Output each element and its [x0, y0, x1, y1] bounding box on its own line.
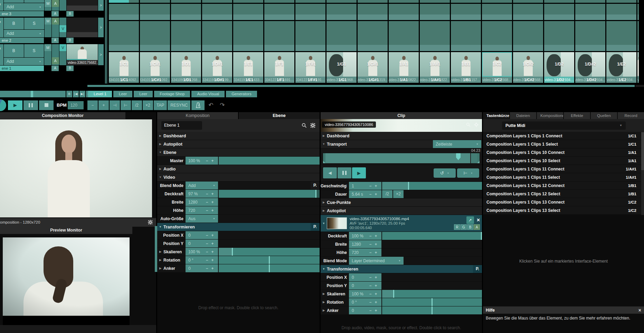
clear-layer-button[interactable]: ×	[0, 18, 3, 37]
double-button[interactable]: ×2	[393, 190, 404, 198]
clip-slot[interactable]	[140, 0, 170, 3]
clip-slot[interactable]	[109, 21, 139, 51]
decrement-button[interactable]: −	[204, 241, 210, 246]
decrement-button[interactable]: −	[368, 300, 373, 305]
clip-slot[interactable]	[575, 4, 605, 20]
clip-slot[interactable]	[389, 4, 419, 20]
shortcuts-tab[interactable]: Dateien	[510, 112, 536, 119]
increment-button[interactable]: +	[373, 292, 379, 296]
clip-slot[interactable]	[606, 4, 636, 20]
redo-button[interactable]: ↷	[217, 100, 227, 110]
clip-cell[interactable]: 1/D13341091/D1268…	[171, 52, 201, 83]
clip-slot[interactable]	[482, 21, 512, 51]
play-button[interactable]: ▶	[8, 100, 22, 110]
clip-slot[interactable]	[575, 21, 605, 51]
monitor-toggle[interactable]: M	[45, 0, 52, 7]
clip-slot[interactable]	[264, 21, 294, 51]
param-value-box[interactable]: 0−+	[349, 306, 381, 314]
increment-button[interactable]: +	[210, 266, 215, 271]
decrement-button[interactable]: −	[368, 192, 373, 197]
param-slider[interactable]	[382, 232, 482, 240]
section-header[interactable]: ▶Audio	[157, 165, 320, 173]
shortcuts-tab[interactable]: Tastenkürzel	[483, 112, 509, 119]
tempo-button[interactable]: ×2	[143, 100, 153, 110]
clip-slot[interactable]	[420, 21, 450, 51]
increment-button[interactable]: +	[373, 184, 379, 188]
clip-slot[interactable]	[420, 4, 450, 20]
param-value-box[interactable]: 1280−+	[186, 198, 218, 206]
composition-menu-icon[interactable]	[0, 99, 7, 111]
clip-cell[interactable]: 1/C2video-31/C2568…	[482, 52, 512, 83]
clip-slot[interactable]	[202, 0, 232, 3]
clip-slot[interactable]	[544, 21, 574, 51]
decrement-button[interactable]: −	[368, 292, 373, 296]
shortcut-row[interactable]: Composition Layers 1 Clips 12 Select1/B1	[483, 190, 644, 198]
active-clip-slot[interactable]	[67, 18, 98, 37]
param-slider[interactable]	[219, 190, 320, 198]
deck-tab[interactable]: Footage Shop	[154, 91, 190, 97]
decrement-button[interactable]: −	[368, 308, 373, 313]
shortcut-row[interactable]: Composition Layers 1 Clips 1 Connect1/C1	[483, 132, 644, 140]
tempo-button[interactable]: TAP	[154, 100, 167, 110]
param-animation-button[interactable]: P.	[311, 223, 320, 231]
clip-slot[interactable]	[233, 0, 263, 3]
decrement-button[interactable]: −	[368, 184, 373, 188]
increment-button[interactable]: +	[210, 200, 215, 205]
midi-preset-dropdown[interactable]: Putte Midi▼	[502, 121, 626, 130]
video-fader[interactable]: V	[59, 18, 67, 37]
monitor-toggle[interactable]: M	[45, 18, 52, 25]
shortcuts-tab[interactable]: Record	[618, 112, 644, 119]
search-icon[interactable]	[302, 123, 307, 128]
clip-slot[interactable]	[606, 21, 636, 51]
crossfader[interactable]	[0, 91, 66, 97]
clip-slot[interactable]	[171, 0, 201, 3]
deck-tab[interactable]: Audio Visual	[191, 91, 225, 97]
clear-layer-button[interactable]: ×	[0, 0, 3, 11]
shortcuts-tab[interactable]: Kompositionen	[537, 112, 563, 119]
layer-blend-dropdown[interactable]: Add▼	[4, 30, 44, 37]
transport-mode-dropdown[interactable]: Zeitleiste▼	[433, 140, 481, 148]
decrement-button[interactable]: −	[368, 250, 373, 255]
play-backward-button[interactable]: ◀	[323, 167, 337, 178]
clip-slot[interactable]	[451, 21, 481, 51]
param-dropdown[interactable]: Layer Determined▼	[349, 257, 404, 265]
tempo-button[interactable]: RESYNC	[168, 100, 190, 110]
increment-button[interactable]: +	[373, 283, 379, 288]
bpm-input[interactable]: 120	[68, 101, 84, 109]
solo-button[interactable]: S	[24, 0, 44, 3]
decrement-button[interactable]: −	[368, 283, 373, 288]
tempo-button[interactable]: +	[98, 100, 109, 110]
tempo-button[interactable]: −	[87, 100, 98, 110]
clip-slot[interactable]	[326, 4, 357, 20]
deck-tab[interactable]: Level 1	[88, 91, 112, 97]
timeline-bar[interactable]	[323, 153, 480, 163]
clip-slot[interactable]	[513, 0, 543, 3]
transform-group-header[interactable]: ▼TransformierenP.	[157, 223, 320, 231]
play-direction-dropdown[interactable]: ⊢▼	[457, 168, 479, 178]
clip-cell[interactable]: 1/F13341221/F1691…	[264, 52, 294, 83]
param-slider[interactable]	[382, 298, 482, 306]
gear-icon[interactable]	[310, 123, 315, 128]
crossfader-a-button[interactable]: A	[51, 38, 59, 43]
pause-button[interactable]	[23, 100, 38, 110]
deck-tab[interactable]: Leer	[134, 91, 153, 97]
shortcut-row[interactable]: Composition Layers 1 Clips 1 Select1/C1	[483, 140, 644, 148]
clip-slot[interactable]	[358, 0, 388, 3]
clip-slot[interactable]	[513, 21, 543, 51]
bypass-button[interactable]: B	[4, 18, 24, 29]
stop-button[interactable]	[39, 100, 54, 110]
clip-slot[interactable]	[140, 4, 170, 20]
param-value-box[interactable]: 100 %−+	[186, 248, 218, 256]
channel-toggle[interactable]: R	[454, 224, 460, 230]
decrement-button[interactable]: −	[204, 200, 210, 205]
param-animation-button[interactable]: P.	[311, 182, 320, 189]
decrement-button[interactable]: −	[204, 192, 210, 196]
clip-slot[interactable]	[202, 21, 232, 51]
layer-advance-button[interactable]: >	[98, 0, 104, 11]
shortcut-row[interactable]: Composition Layers 1 Clips 13 Select1/C2	[483, 206, 644, 214]
collapsed-arrow-icon[interactable]: ▶	[157, 267, 163, 270]
undo-button[interactable]: ↶	[206, 100, 216, 110]
increment-button[interactable]: +	[210, 249, 215, 254]
increment-button[interactable]: +	[210, 241, 215, 246]
clip-cell[interactable]: 1/E13341191/E1433…	[233, 52, 263, 83]
